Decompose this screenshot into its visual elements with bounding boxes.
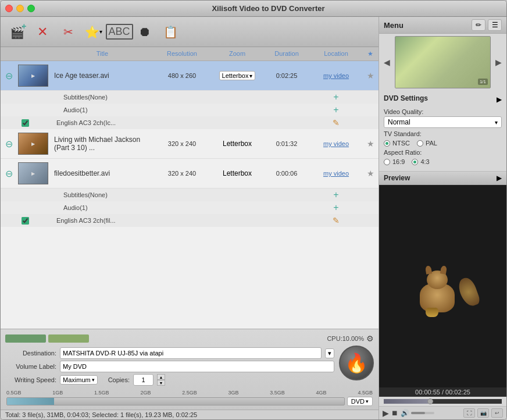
dvd-settings-title: DVD Settings [384,94,428,102]
edit-audio-3[interactable]: ✎ [310,216,362,225]
loop-btn[interactable]: ↩ [491,408,503,418]
add-video-button[interactable]: 🎬+ [5,21,28,43]
storage-labels: 0.5GB 1GB 1.5GB 2GB 2.5GB 3GB 3.5GB 4GB … [6,390,373,396]
audio-checkbox-1[interactable] [22,119,29,127]
prev-menu-button[interactable]: ◀ [381,56,392,68]
expand-settings-button[interactable]: ▶ [497,95,502,104]
video-quality-dropdown[interactable]: Normal ▾ [384,116,502,128]
next-menu-button[interactable]: ▶ [493,56,504,68]
audio-checkbox-3[interactable] [22,217,29,225]
col-thumb [17,49,52,59]
close-button[interactable] [5,5,13,12]
ntsc-radio-group[interactable]: NTSC [384,140,410,147]
aspect-ratio-row: Aspect Ratio: 16:9 4:3 [384,149,502,165]
menu-thumbnail: 1/1 [395,36,491,88]
file-list-header: Title Resolution Zoom Duration Location … [1,47,379,61]
settings-button[interactable]: ⭐▾ [82,21,105,43]
settings-gear-icon[interactable]: ⚙ [366,334,374,343]
add-audio-3[interactable]: + [310,202,362,213]
star-1[interactable]: ★ [362,71,379,80]
pal-radio-group[interactable]: PAL [417,140,437,147]
filename-3: filedoesitbetter.avi [52,169,153,177]
preview-progress-bar[interactable] [384,399,502,404]
add-subtitle-3[interactable]: + [310,190,362,200]
cut-button[interactable]: ✂ [56,21,80,43]
cpu-info: CPU:10.00% ⚙ [327,334,374,343]
traffic-lights [5,5,35,12]
expand-preview-icon[interactable]: ▶ [497,174,502,182]
menu-toolbar-button[interactable]: 📋 [159,21,182,43]
zoom-dropdown-1[interactable]: Letterbox ▾ [219,71,256,80]
tv-standard-label: TV Standard: [384,130,502,137]
destination-dropdown-btn[interactable]: ▾ [325,348,334,358]
add-audio-1[interactable]: + [310,105,362,115]
col-resolution[interactable]: Resolution [153,49,211,59]
ratio-4-3-group[interactable]: 4:3 [412,158,429,165]
location-3[interactable]: my video [310,170,362,177]
menu-header: Menu ✏ ☰ [379,17,506,34]
edit-audio-1[interactable]: ✎ [310,118,362,127]
volume-bar[interactable] [411,412,434,414]
star-3[interactable]: ★ [362,169,379,178]
format-select[interactable]: DVD ▾ [347,397,373,406]
status-bar: Total: 3 file(s), 31MB, 0:04:03; Selecte… [1,410,379,419]
text-button[interactable]: ABC [108,21,131,43]
list-menu-button[interactable]: ☰ [488,19,502,31]
progress-bar-1 [5,334,46,343]
minimize-button[interactable] [16,5,24,12]
destination-input[interactable] [60,347,322,359]
volume-label: Volume Label: [5,363,56,370]
titlebar: Xilisoft Video to DVD Converter [1,1,506,17]
dvd-settings-header: DVD Settings ▶ [384,94,502,105]
file-row-2[interactable]: ⊖ ▶ Living with Michael Jackson (Part 3 … [1,129,379,159]
full-screen-btn[interactable]: ⛶ [463,408,475,418]
remove-button[interactable]: ✕ [31,21,54,43]
volume-input[interactable] [60,361,334,372]
menu-title: Menu [384,21,404,30]
star-2[interactable]: ★ [362,139,379,148]
filename-2: Living with Michael Jackson (Part 3 10) … [52,136,153,152]
storage-bar-row: DVD ▾ [6,397,373,406]
file-row-3[interactable]: ⊖ ▶ filedoesitbetter.avi 320 x 240 Lette… [1,159,379,188]
copies-down-btn[interactable]: ▼ [157,380,165,386]
volume-row: Volume Label: [5,361,334,372]
col-duration[interactable]: Duration [263,49,310,59]
col-location[interactable]: Location [310,49,362,59]
audio-row-3: Audio(1) + [1,201,379,214]
copies-input[interactable] [133,374,153,386]
destination-area: Destination: ▾ Volume Label: Writing Spe… [5,346,334,387]
ratio-16-9-radio[interactable] [384,159,390,165]
burn-toolbar-button[interactable]: ⏺ [133,21,156,43]
preview-progress-thumb[interactable] [427,398,433,404]
ntsc-radio[interactable] [384,140,390,147]
copies-stepper[interactable]: ▲ ▼ [157,374,165,386]
copies-up-btn[interactable]: ▲ [157,374,165,380]
preview-progress-bar-area[interactable] [379,397,506,406]
col-title[interactable]: Title [52,49,153,59]
location-2[interactable]: my video [310,140,362,147]
writing-speed-select[interactable]: Maximum ▾ [60,375,98,385]
add-subtitle-1[interactable]: + [310,92,362,102]
edit-menu-button[interactable]: ✏ [472,19,485,31]
stop-button[interactable]: ⏹ [391,409,398,417]
audio-track-row-3: English AC3 2ch(fil... ✎ [1,214,379,227]
progress-bar-2 [48,334,89,343]
file-row-1[interactable]: ⊖ ▶ Ice Age teaser.avi 480 x 260 Letterb… [1,61,379,91]
aspect-ratio-label: Aspect Ratio: [384,149,502,156]
snapshot-btn[interactable]: 📷 [477,408,489,418]
file-list[interactable]: ⊖ ▶ Ice Age teaser.avi 480 x 260 Letterb… [1,61,379,329]
location-1[interactable]: my video [310,72,362,79]
pal-radio[interactable] [417,140,423,147]
right-panel: Menu ✏ ☰ ◀ 1/1 ▶ [379,17,506,419]
ratio-4-3-radio[interactable] [412,159,418,165]
burn-disc-button[interactable]: 🔥 [339,346,374,380]
col-zoom[interactable]: Zoom [211,49,263,59]
panel-buttons: ✏ ☰ [472,19,502,31]
ntsc-label: NTSC [392,140,410,147]
ratio-16-9-group[interactable]: 16:9 [384,158,405,165]
preview-video-area [379,185,506,387]
preview-image [408,254,478,318]
zoom-1[interactable]: Letterbox ▾ [211,71,263,80]
play-button[interactable]: ▶ [383,408,389,418]
maximize-button[interactable] [27,5,35,12]
